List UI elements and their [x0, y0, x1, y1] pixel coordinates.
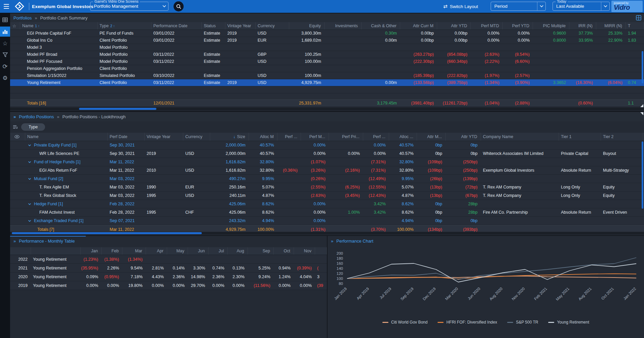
column-header[interactable]: T	[626, 22, 644, 30]
star-icon[interactable]: ☆	[0, 38, 10, 48]
table-row[interactable]: 2021Young Retirement(35.95%)2.26%9.54%2.…	[10, 264, 327, 272]
column-header[interactable]: Vintage Year	[225, 22, 256, 30]
column-header[interactable]: Oct	[274, 247, 294, 255]
table-row[interactable]: Simulation 1/15/2022Simulated Portfolio0…	[10, 72, 644, 79]
column-header[interactable]: Perf M...	[301, 133, 329, 141]
column-header[interactable]: Jan	[81, 247, 102, 255]
column-header[interactable]: Tier 2	[601, 133, 643, 141]
gear-icon[interactable]: ⚙	[0, 73, 10, 83]
expand-chevron-icon[interactable]	[28, 203, 31, 205]
column-header[interactable]: Attr M...	[417, 133, 446, 141]
scrollbar-thumb[interactable]	[79, 108, 156, 110]
column-header[interactable]: Alloc ...	[389, 133, 417, 141]
column-header[interactable]: May	[167, 247, 188, 255]
column-header[interactable]: Status	[202, 22, 225, 30]
table-row[interactable]: Model 3Model Portfolio	[10, 44, 644, 51]
column-header[interactable]: Cash & Other	[362, 22, 400, 30]
column-header[interactable]: Currency	[183, 133, 210, 141]
table-row[interactable]: Model PF FocusedModel Portfolio03/11/202…	[10, 58, 644, 65]
column-header[interactable]: Alloc M	[249, 133, 277, 141]
table-row[interactable]: 2020Young Retirement0.09%(0.95%)7.18%4.4…	[10, 272, 327, 281]
column-header[interactable]: Performance Date	[151, 22, 202, 30]
table-row[interactable]: Hedge Fund [1]Feb 28, 2022425.06m8.62%0.…	[10, 200, 644, 208]
column-header[interactable]: Perf MTD	[471, 22, 503, 30]
table-row[interactable]: FAM Activist InvestFeb 28, 20221995CHF42…	[10, 208, 644, 217]
table-row[interactable]: EGI Private Capital FoFPE Fund of Funds0…	[10, 30, 644, 37]
table-row[interactable]: Model PF BroadModel Portfolio03/11/2022E…	[10, 51, 644, 58]
column-header[interactable]: Attr YTD	[437, 22, 471, 30]
column-header[interactable]: ↓Size	[210, 133, 249, 141]
vertical-scrollbar-thumb[interactable]	[642, 51, 643, 83]
breadcrumb-portfolios-link[interactable]: Portfolios	[13, 15, 32, 20]
double-chevron-icon[interactable]: »	[13, 114, 16, 119]
table-row[interactable]: WR Life Sciences PESep 30, 20212019USD2,…	[10, 150, 644, 158]
as-of-date-dropdown[interactable]: Today Last Available	[553, 2, 610, 11]
resize-corner[interactable]	[640, 104, 643, 107]
column-header[interactable]: Jun	[188, 247, 209, 255]
resize-corner[interactable]	[640, 112, 643, 115]
table-row[interactable]: 2022Young Retirement(1.23%)(1.38%)(1.34%…	[10, 255, 327, 264]
column-header[interactable]: Name	[25, 133, 108, 141]
column-header[interactable]: Currency	[256, 22, 289, 30]
switch-layout-button[interactable]: ⇄ Switch Layout	[443, 0, 478, 13]
column-header[interactable]: Perf ...	[363, 133, 389, 141]
table-row[interactable]: EGI Abs Return FoFMar 11, 20222010USD1,6…	[10, 166, 644, 175]
column-header[interactable]: Sep	[248, 247, 274, 255]
data-grid-icon[interactable]	[0, 15, 10, 25]
table-row[interactable]: Young RetirementClient Portfolio03/11/20…	[10, 79, 644, 86]
bar-chart-icon[interactable]	[0, 27, 10, 37]
column-header[interactable]: Company Name	[481, 133, 559, 141]
column-header[interactable]: Attr Curr M	[400, 22, 437, 30]
column-header[interactable]: Tier 1	[559, 133, 601, 141]
table-row[interactable]: T. Rex Agile EMMar 03, 20221990EUR250.16…	[10, 183, 644, 192]
group-by-type-pill[interactable]: Type	[21, 123, 45, 131]
period-dropdown[interactable]: Period	[491, 2, 546, 11]
column-header[interactable]: Mar	[122, 247, 146, 255]
column-header[interactable]: Attr YTD	[446, 133, 481, 141]
column-header[interactable]: Apr	[146, 247, 167, 255]
table-row[interactable]: Private Equity Fund [1]Sep 30, 20212,000…	[10, 141, 644, 150]
table-row[interactable]: Global Ins CoClient Portfolio03/01/2022E…	[10, 37, 644, 44]
table-row[interactable]: Fund of Hedge Funds [1]Mar 11, 20221,616…	[10, 158, 644, 166]
hamburger-menu-icon[interactable]	[3, 0, 10, 13]
table-row[interactable]: Exchange Traded Fund [1]Sep 07, 2021243.…	[10, 217, 644, 225]
column-header[interactable]: MIRR (N)	[596, 22, 626, 30]
column-header[interactable]: Perf Pri...	[329, 133, 363, 141]
favorite-column-icon[interactable]: ☆	[10, 22, 20, 30]
double-chevron-icon[interactable]: »	[331, 239, 333, 244]
expand-chevron-icon[interactable]	[28, 178, 31, 180]
column-header[interactable]: Aug	[228, 247, 248, 255]
expand-chevron-icon[interactable]	[28, 161, 31, 163]
column-header[interactable]: Jul	[209, 247, 228, 255]
column-header[interactable]: Perf YTD	[503, 22, 533, 30]
refresh-icon[interactable]: ⟳	[0, 61, 10, 72]
legend-item[interactable]: HFRI FOF: Diversified Index	[438, 320, 497, 325]
legend-item[interactable]: Young Retirement	[548, 320, 589, 325]
column-header[interactable]	[315, 247, 327, 255]
column-header[interactable]: PIC Multiple	[533, 22, 569, 30]
vertical-scrollbar-thumb[interactable]	[642, 141, 643, 209]
totals-row[interactable]: Totals [16]12/01/202125,331.97m3,179.45m…	[10, 99, 644, 107]
column-header[interactable]	[31, 247, 81, 255]
table-row[interactable]: Mutual Fund [2]Mar 03, 2022490.27m9.95%(…	[10, 175, 644, 183]
table-row[interactable]: T. Rex Global StockMar 03, 20221995USD24…	[10, 192, 644, 200]
column-header[interactable]: IRR (N)	[569, 22, 596, 30]
table-row[interactable]: Pension Aggregation PortfolioClient Port…	[10, 65, 644, 72]
scrollbar-thumb[interactable]	[12, 232, 202, 234]
breadcrumb-positions-link[interactable]: Portfolio Positions	[19, 114, 54, 119]
column-header[interactable]	[10, 247, 31, 255]
column-header[interactable]: Vintage Year	[145, 133, 183, 141]
filter-icon[interactable]	[0, 50, 10, 60]
column-header[interactable]: Perf ...	[277, 133, 301, 141]
column-header[interactable]: Investments	[325, 22, 362, 30]
column-header[interactable]: Equity	[289, 22, 325, 30]
column-header[interactable]: Nov	[294, 247, 315, 255]
expand-chevron-icon[interactable]	[28, 144, 31, 146]
search-button[interactable]	[174, 1, 184, 11]
legend-item[interactable]: Citi World Gov Bond	[382, 320, 428, 325]
table-row[interactable]: 2019Young Retirement0.00%0.00%19.80%0.00…	[10, 281, 327, 290]
column-header[interactable]: Name1 ↑	[20, 22, 98, 30]
double-chevron-icon[interactable]: »	[13, 239, 16, 244]
panel-layout-icon[interactable]	[636, 15, 641, 22]
expand-chevron-icon[interactable]	[28, 220, 31, 222]
